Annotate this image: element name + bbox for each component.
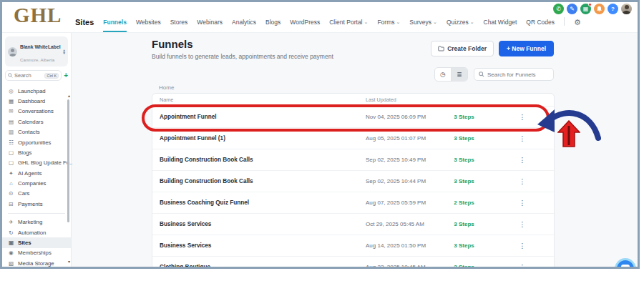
settings-gear-icon[interactable]: ⚙	[574, 18, 581, 32]
scroll-down-icon[interactable]: ▾	[68, 259, 70, 264]
new-funnel-button[interactable]: + New Funnel	[499, 41, 554, 56]
table-header-row: Name Last Updated	[152, 94, 554, 107]
sidebar-item-sites[interactable]: ▣Sites	[2, 237, 71, 247]
cars-icon: ⊙	[8, 190, 14, 197]
kebab-menu-icon[interactable]	[491, 199, 554, 207]
recent-clock-icon[interactable]: ◷	[435, 68, 451, 81]
tab-wordpress[interactable]: WordPress	[290, 19, 320, 32]
steps-link[interactable]: 3 Steps	[437, 264, 491, 269]
sidebar-item-blogs[interactable]: ▢Blogs	[2, 147, 71, 157]
chevron-down-icon	[433, 19, 437, 25]
kebab-menu-icon[interactable]	[491, 134, 554, 142]
tab-quizzes[interactable]: Quizzes	[447, 19, 474, 32]
steps-link[interactable]: 3 Steps	[437, 178, 491, 184]
steps-link[interactable]: 3 Steps	[437, 242, 491, 249]
header-quick-icons: ✆ ✎ ▦ ?	[553, 4, 632, 14]
pencil-icon[interactable]: ✎	[567, 4, 577, 14]
help-icon[interactable]: ?	[608, 4, 618, 14]
page-subtitle: Build funnels to generate leads, appoint…	[152, 53, 333, 60]
sites-top-nav: Sites Funnels Websites Stores Webinars A…	[75, 17, 581, 32]
tab-qr-codes[interactable]: QR Codes	[526, 19, 555, 32]
create-folder-button[interactable]: Create Folder	[431, 41, 494, 56]
kebab-menu-icon[interactable]	[491, 242, 554, 250]
table-row[interactable]: Appointment Funnel Nov 04, 2025 06:09 PM…	[152, 107, 554, 128]
search-icon	[8, 73, 13, 78]
sidebar-item-companies[interactable]: ⌂Companies	[2, 178, 71, 188]
sidebar-item-cars[interactable]: ⊙Cars	[2, 189, 71, 199]
sidebar-search-row: Ctrl K +	[5, 70, 68, 81]
account-avatar	[8, 47, 17, 56]
media-storage-icon: ▧	[8, 260, 14, 267]
sidebar-item-opportunities[interactable]: ☷Opportunities	[2, 137, 71, 147]
sidebar-item-marketing[interactable]: ✈Marketing	[2, 217, 71, 227]
sidebar-search-input[interactable]	[14, 72, 43, 79]
steps-link[interactable]: 3 Steps	[437, 135, 491, 142]
sidebar-item-contacts[interactable]: ▥Contacts	[2, 127, 71, 137]
breadcrumb[interactable]: Home	[159, 84, 174, 91]
user-avatar[interactable]	[621, 4, 632, 14]
tab-webinars[interactable]: Webinars	[197, 19, 223, 32]
app-window: GHL Sites Funnels Websites Stores Webina…	[0, 0, 640, 269]
add-button[interactable]: +	[64, 72, 68, 79]
launchpad-icon: ◎	[8, 88, 14, 94]
steps-link[interactable]: 3 Steps	[437, 114, 491, 120]
table-row[interactable]: Clothing Boutique Aug 22, 2025 10:45 AM …	[152, 257, 554, 269]
table-row[interactable]: Business Coaching Quiz Funnel Aug 07, 20…	[152, 192, 554, 214]
scroll-up-icon[interactable]: ▴	[68, 93, 70, 98]
sidebar-item-conversations[interactable]: ✉Conversations	[2, 107, 71, 117]
kebab-menu-icon[interactable]	[491, 220, 554, 228]
funnel-search-input[interactable]	[487, 72, 549, 78]
search-icon	[479, 72, 484, 77]
account-switcher[interactable]: Blank WhiteLabel Canmore, Alberta ▴▾	[5, 36, 68, 66]
bell-icon[interactable]	[594, 4, 605, 14]
tab-surveys[interactable]: Surveys	[409, 19, 437, 32]
kebab-menu-icon[interactable]	[491, 263, 554, 269]
kebab-menu-icon[interactable]	[491, 156, 554, 164]
kebab-menu-icon[interactable]	[491, 177, 554, 185]
table-row[interactable]: Building Construction Book Calls Sep 02,…	[152, 149, 554, 171]
tab-stores[interactable]: Stores	[170, 19, 188, 32]
steps-link[interactable]: 3 Steps	[437, 221, 491, 227]
table-row[interactable]: Business Services Aug 14, 2025 01:50 PM …	[152, 235, 554, 257]
sidebar-item-payments[interactable]: ⊟Payments	[2, 199, 71, 209]
account-chevrons-icon: ▴▾	[63, 49, 65, 55]
sidebar-item-memberships[interactable]: ◉Memberships	[2, 248, 71, 258]
tab-analytics[interactable]: Analytics	[232, 19, 256, 32]
sidebar-item-automation[interactable]: ↻Automation	[2, 227, 71, 237]
tab-funnels[interactable]: Funnels	[103, 19, 127, 32]
menu-divider	[8, 213, 65, 214]
opportunities-icon: ☷	[8, 139, 14, 146]
sidebar-item-reputation[interactable]: ▨Reputation	[2, 268, 71, 269]
sidebar-item-ghl-blog-update[interactable]: ▢GHL Blog Update Fo..	[2, 158, 71, 168]
column-header-name: Name	[152, 97, 366, 103]
steps-link[interactable]: 2 Steps	[437, 199, 491, 206]
list-view-icon[interactable]: ≣	[452, 68, 467, 81]
table-row[interactable]: Business Services Oct 29, 2025 05:45 AM …	[152, 214, 554, 235]
table-row[interactable]: Appointment Funnel (1) Aug 05, 2025 01:0…	[152, 128, 554, 149]
sidebar-scrollbar[interactable]	[67, 99, 69, 222]
sidebar-item-media-storage[interactable]: ▧Media Storage	[2, 258, 71, 268]
sidebar-item-ai-agents[interactable]: ✦AI Agents	[2, 168, 71, 178]
funnel-search-box[interactable]	[474, 68, 554, 81]
ghl-logo: GHL	[14, 4, 62, 27]
table-row[interactable]: Building Construction Book Calls Sep 02,…	[152, 171, 554, 192]
steps-link[interactable]: 3 Steps	[437, 157, 491, 163]
kebab-menu-icon[interactable]	[491, 113, 554, 121]
tab-forms[interactable]: Forms	[377, 19, 400, 32]
tab-chat-widget[interactable]: Chat Widget	[484, 19, 517, 32]
nav-divider	[564, 17, 565, 26]
dashboard-icon: ▦	[8, 98, 14, 104]
notification-badge	[588, 3, 592, 6]
account-name: Blank WhiteLabel	[20, 44, 61, 49]
marketing-icon: ✈	[8, 219, 14, 225]
sidebar-item-calendars[interactable]: ▤Calendars	[2, 117, 71, 127]
apps-grid-icon[interactable]: ▦	[580, 4, 591, 14]
phone-icon[interactable]: ✆	[553, 4, 564, 14]
sidebar-item-dashboard[interactable]: ▦Dashboard	[2, 96, 71, 106]
sidebar-item-launchpad[interactable]: ◎Launchpad	[2, 86, 71, 96]
tab-blogs[interactable]: Blogs	[265, 19, 280, 32]
tab-websites[interactable]: Websites	[136, 19, 161, 32]
tab-client-portal[interactable]: Client Portal	[329, 19, 368, 32]
sidebar-search-box[interactable]: Ctrl K	[5, 70, 62, 81]
column-header-last-updated: Last Updated	[366, 97, 396, 103]
